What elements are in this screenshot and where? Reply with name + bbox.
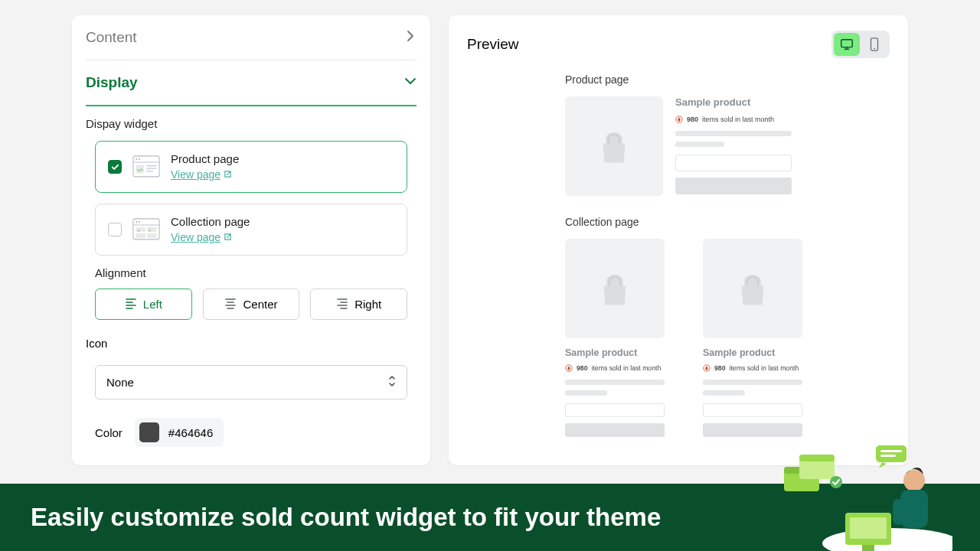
svg-rect-7 (146, 171, 153, 172)
preview-product-page: Product page Sample product 980 items so… (565, 73, 792, 196)
align-right-button[interactable]: Right (310, 289, 407, 320)
display-widget-label: Dispay widget (86, 117, 416, 130)
preview-collection-page: Collection page Sample product 980 items… (565, 216, 792, 437)
svg-rect-13 (147, 227, 157, 232)
svg-rect-36 (880, 455, 896, 457)
svg-rect-12 (136, 227, 145, 232)
sold-count-widget: 980 items sold in last month (565, 364, 665, 372)
banner-text: Easily customize sold count widget to fi… (31, 503, 661, 532)
sample-product-name: Sample product (565, 347, 665, 358)
fire-icon (565, 364, 573, 372)
sample-product-name: Sample product (675, 96, 792, 108)
svg-rect-5 (146, 165, 156, 167)
widget-option-product-page[interactable]: Product page View page (95, 141, 407, 193)
icon-select-value: None (106, 376, 134, 389)
skeleton-box (565, 423, 665, 437)
checkbox[interactable] (108, 160, 122, 174)
skeleton-box (703, 403, 802, 417)
svg-point-18 (874, 48, 875, 50)
external-link-icon (224, 168, 232, 181)
svg-rect-24 (850, 517, 887, 539)
align-left-icon (125, 297, 137, 311)
preview-section-title: Product page (565, 73, 792, 86)
preview-title: Preview (467, 36, 519, 53)
svg-rect-15 (147, 233, 157, 238)
checkbox[interactable] (108, 223, 122, 236)
device-mobile-button[interactable] (861, 33, 887, 56)
preview-panel: Preview Product page Sample (449, 15, 908, 465)
collection-item: Sample product 980 items sold in last mo… (565, 239, 665, 437)
sold-count-widget: 980 items sold in last month (703, 364, 802, 372)
widget-title: Collection page (171, 215, 394, 228)
chevron-down-icon (404, 75, 416, 90)
skeleton-box (565, 403, 665, 417)
view-page-link[interactable]: View page (171, 168, 232, 181)
color-picker[interactable]: #464646 (135, 418, 224, 447)
fire-icon (675, 116, 683, 123)
alignment-group: Left Center Right (95, 289, 407, 320)
collection-item: Sample product 980 items sold in last mo… (703, 239, 802, 437)
align-right-icon (336, 297, 348, 311)
svg-rect-32 (799, 455, 835, 461)
svg-point-11 (139, 221, 140, 223)
svg-rect-28 (893, 499, 903, 525)
svg-rect-25 (862, 545, 874, 551)
svg-point-33 (830, 476, 842, 488)
skeleton-line (565, 390, 607, 396)
align-left-button[interactable]: Left (95, 289, 192, 320)
product-image-placeholder (565, 96, 663, 196)
collection-page-icon (132, 218, 160, 241)
icon-select[interactable]: None (95, 365, 407, 399)
preview-section-title: Collection page (565, 216, 792, 228)
fire-icon (703, 364, 710, 372)
svg-rect-16 (841, 40, 852, 47)
accordion-content[interactable]: Content (72, 15, 430, 60)
svg-rect-34 (876, 445, 906, 462)
settings-panel: Content Display Dispay widget (72, 15, 430, 465)
skeleton-line (565, 380, 665, 385)
sample-product-name: Sample product (703, 347, 802, 358)
color-label: Color (95, 426, 122, 439)
sold-count-widget: 980 items sold in last month (675, 116, 792, 123)
skeleton-line (703, 390, 745, 396)
svg-point-2 (136, 158, 137, 160)
accordion-title: Content (86, 29, 137, 46)
widget-option-collection-page[interactable]: Collection page View page (95, 204, 407, 256)
product-image-placeholder (703, 239, 802, 338)
accordion-title: Display (86, 74, 138, 91)
device-toggle (831, 31, 890, 58)
svg-point-10 (136, 221, 137, 223)
skeleton-line (703, 380, 802, 385)
svg-rect-35 (880, 450, 902, 452)
svg-rect-4 (136, 165, 144, 174)
skeleton-box (675, 178, 792, 194)
svg-point-3 (139, 158, 140, 160)
color-swatch (139, 422, 159, 442)
svg-point-26 (903, 470, 925, 491)
icon-label: Icon (86, 337, 416, 350)
external-link-icon (224, 231, 232, 243)
banner-illustration (776, 444, 952, 551)
view-page-link[interactable]: View page (171, 231, 232, 243)
color-hex: #464646 (168, 426, 213, 439)
skeleton-box (703, 423, 802, 437)
product-image-placeholder (565, 239, 665, 338)
svg-rect-6 (146, 168, 156, 169)
svg-rect-14 (136, 233, 145, 238)
align-center-icon (224, 297, 237, 311)
widget-title: Product page (171, 152, 394, 165)
alignment-label: Alignment (95, 266, 407, 279)
skeleton-box (675, 155, 792, 171)
device-desktop-button[interactable] (834, 33, 860, 56)
accordion-display[interactable]: Display Dispay widget Product page (72, 60, 430, 465)
skeleton-line (675, 131, 792, 136)
svg-rect-27 (900, 490, 928, 528)
chevron-right-icon (404, 30, 416, 45)
product-page-icon (132, 155, 160, 178)
select-caret-icon (388, 375, 396, 390)
skeleton-line (675, 142, 724, 147)
align-center-button[interactable]: Center (203, 289, 300, 320)
